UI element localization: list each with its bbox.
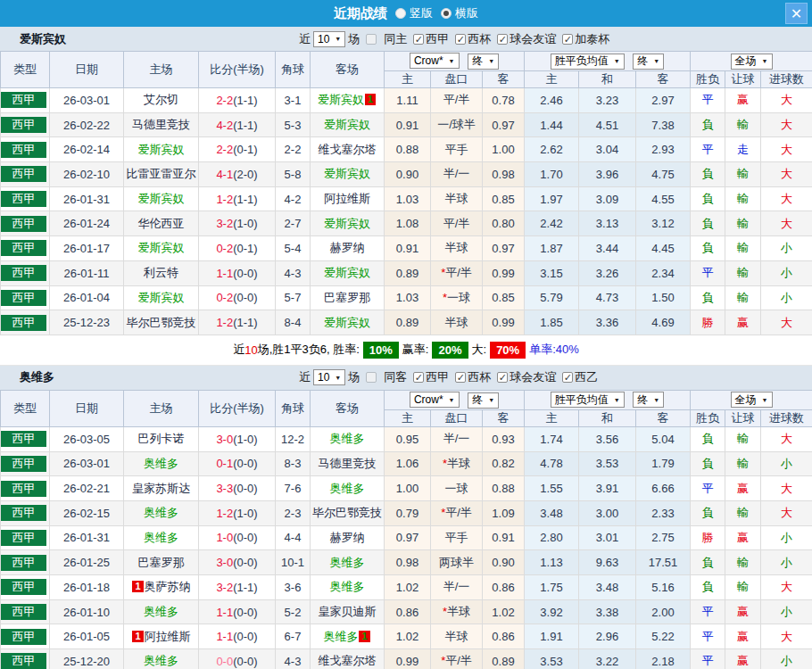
handicap-result-cell: 輸 <box>725 451 761 476</box>
close-button[interactable]: ✕ <box>785 3 808 24</box>
recent-count-select[interactable]: 10 ▼ <box>313 369 345 385</box>
home-team-cell[interactable]: 皇家苏斯达 <box>124 476 199 501</box>
away-team-cell[interactable]: 爱斯宾奴 <box>311 260 385 285</box>
odds-away-cell: 4.75 <box>636 162 691 187</box>
away-team-cell[interactable]: 赫罗纳 <box>311 236 385 261</box>
away-team-cell[interactable]: 赫罗纳 <box>311 525 385 550</box>
home-team-cell[interactable]: 华伦西亚 <box>124 211 199 236</box>
away-team-cell[interactable]: 毕尔巴鄂竞技 <box>311 500 385 525</box>
result-text: 大 <box>781 316 792 329</box>
away-team-cell[interactable]: 阿拉维斯 <box>311 186 385 211</box>
over-rate-badge: 70% <box>490 342 526 359</box>
col-type: 类型 <box>1 390 50 426</box>
away-team-cell[interactable]: 爱斯宾奴1 <box>311 88 385 113</box>
home-team-cell[interactable]: 利云特 <box>124 260 199 285</box>
away-team-cell[interactable]: 巴塞罗那 <box>311 285 385 310</box>
home-team-cell[interactable]: 奥维多 <box>124 649 199 669</box>
away-team-cell[interactable]: 爱斯宾奴 <box>311 310 385 335</box>
away-team-cell[interactable]: 皇家贝迪斯 <box>311 599 385 624</box>
filter-checkbox-西甲[interactable]: ✓西甲 <box>413 369 449 385</box>
avg-odds-select[interactable]: 胜平负均值▼ <box>551 392 625 408</box>
home-team-cell[interactable]: 爱斯宾奴 <box>124 285 199 310</box>
section-home-team: 爱斯宾奴 近 10 ▼ 场 同主✓西甲✓西杯✓球会友谊✓加泰杯 类型 日期 主场… <box>0 27 812 366</box>
halftime-score: (0-0) <box>233 531 257 544</box>
radio-vertical-layout[interactable]: 竖版 <box>395 5 433 21</box>
home-team-cell[interactable]: 爱斯宾奴 <box>124 236 199 261</box>
away-team-cell[interactable]: 奥维多1 <box>311 624 385 649</box>
filter-checkbox-西杯[interactable]: ✓西杯 <box>455 369 491 385</box>
away-team-cell[interactable]: 爱斯宾奴 <box>311 211 385 236</box>
wdl-result-cell: 平 <box>691 88 725 113</box>
final-odds-select[interactable]: 终▼ <box>633 54 664 70</box>
chevron-down-icon: ▼ <box>449 397 455 403</box>
filter-checkbox-加泰杯[interactable]: ✓加泰杯 <box>562 31 609 47</box>
goals-result-cell: 小 <box>761 451 812 476</box>
goals-result-cell: 大 <box>761 575 812 600</box>
home-team-cell[interactable]: 奥维多 <box>124 599 199 624</box>
fulltime-select[interactable]: 全场▼ <box>731 54 773 70</box>
odds-draw-cell: 4.51 <box>579 112 636 137</box>
league-tag: 西甲 <box>1 530 46 546</box>
avg-odds-select[interactable]: 胜平负均值▼ <box>551 54 625 70</box>
final-line-select[interactable]: 终▼ <box>468 392 499 409</box>
result-text: 負 <box>702 118 714 131</box>
home-team-cell[interactable]: 比雷亚雷亚尔 <box>124 162 199 187</box>
away-team-cell[interactable]: 维戈塞尔塔 <box>311 137 385 162</box>
home-team-cell[interactable]: 奥维多 <box>124 451 199 476</box>
odds-home-cell: 1.97 <box>525 186 579 211</box>
halftime-score: (1-1) <box>233 581 257 594</box>
away-team-cell[interactable]: 爱斯宾奴 <box>311 112 385 137</box>
fulltime-score: 0-1 <box>216 457 233 470</box>
home-team-cell[interactable]: 1阿拉维斯 <box>124 624 199 649</box>
home-team-cell[interactable]: 奥维多 <box>124 525 199 550</box>
corner-cell: 4-3 <box>276 649 311 669</box>
home-team-name: 皇家苏斯达 <box>132 482 190 495</box>
filter-checkbox-同主[interactable]: 同主 <box>366 31 407 47</box>
away-team-cell[interactable]: 奥维多 <box>311 575 385 600</box>
handicap-result-cell: 赢 <box>725 599 761 624</box>
filter-checkbox-西杯[interactable]: ✓西杯 <box>455 31 491 47</box>
sub-draw: 和 <box>579 71 636 88</box>
away-team-name: 爱斯宾奴 <box>318 93 364 106</box>
fulltime-score: 2-2 <box>216 143 233 156</box>
away-team-cell[interactable]: 奥维多 <box>311 476 385 501</box>
result-text: 輸 <box>737 118 749 131</box>
home-team-cell[interactable]: 爱斯宾奴 <box>124 186 199 211</box>
away-team-name: 维戈塞尔塔 <box>319 654 377 667</box>
filter-checkbox-西甲[interactable]: ✓西甲 <box>413 31 449 47</box>
away-team-cell[interactable]: 奥维多 <box>311 550 385 575</box>
home-team-cell[interactable]: 爱斯宾奴 <box>124 137 199 162</box>
odds-away-cell: 5.16 <box>636 575 691 600</box>
handicap-home-odds-cell: 0.95 <box>385 426 431 451</box>
bookmaker-select[interactable]: Crow*▼ <box>410 53 460 69</box>
away-team-cell[interactable]: 马德里竞技 <box>311 451 385 476</box>
home-team-cell[interactable]: 马德里竞技 <box>124 112 199 137</box>
handicap-line-cell: *平/半 <box>431 649 483 669</box>
final-line-select[interactable]: 终▼ <box>468 54 499 70</box>
filter-checkbox-球会友谊[interactable]: ✓球会友谊 <box>497 31 556 47</box>
filter-checkbox-西乙[interactable]: ✓西乙 <box>562 369 598 385</box>
final-odds-select[interactable]: 终▼ <box>633 392 664 408</box>
goals-result-cell: 大 <box>761 211 812 236</box>
handicap-away-odds-cell: 0.93 <box>483 426 525 451</box>
fulltime-select[interactable]: 全场▼ <box>731 392 773 408</box>
date-cell: 26-01-05 <box>50 624 124 649</box>
home-team-cell[interactable]: 毕尔巴鄂竞技 <box>124 310 199 335</box>
score-cell: 0-2(0-0) <box>199 285 276 310</box>
away-team-cell[interactable]: 维戈塞尔塔 <box>311 649 385 669</box>
radio-horizontal-layout[interactable]: 横版 <box>441 5 478 21</box>
away-team-cell[interactable]: 奥维多 <box>311 426 385 451</box>
filter-checkbox-球会友谊[interactable]: ✓球会友谊 <box>497 369 556 385</box>
recent-count-select[interactable]: 10 ▼ <box>313 31 345 47</box>
home-team-cell[interactable]: 1奥萨苏纳 <box>124 575 199 600</box>
handicap-away-odds-cell: 0.97 <box>483 112 525 137</box>
home-team-cell[interactable]: 艾尔切 <box>124 88 199 113</box>
match-row: 西甲26-02-21皇家苏斯达3-3(0-0)7-6奥维多1.00一球0.881… <box>1 476 812 501</box>
red-card-badge: 1 <box>359 631 369 642</box>
bookmaker-select[interactable]: Crow*▼ <box>410 392 460 408</box>
home-team-cell[interactable]: 奥维多 <box>124 500 199 525</box>
home-team-cell[interactable]: 巴塞罗那 <box>124 550 199 575</box>
filter-checkbox-同客[interactable]: 同客 <box>366 369 407 385</box>
away-team-cell[interactable]: 爱斯宾奴 <box>311 162 385 187</box>
home-team-cell[interactable]: 巴列卡诺 <box>124 426 199 451</box>
